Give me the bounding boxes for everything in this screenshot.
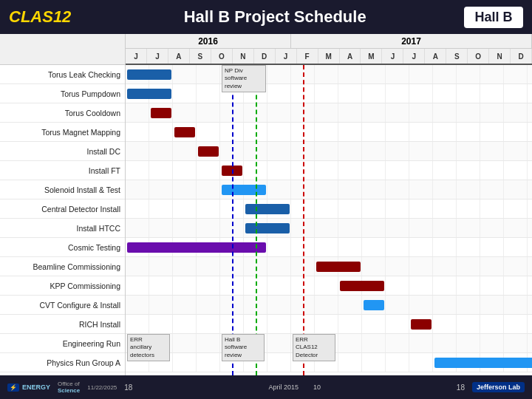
gantt-cell-4-10	[362, 142, 386, 160]
gantt-cell-8-14	[457, 219, 480, 237]
gantt-cell-7-2	[173, 200, 197, 218]
month-5: N	[233, 49, 254, 64]
gantt-cell-14-13	[433, 334, 457, 352]
gantt-cell-0-2	[173, 65, 197, 83]
gantt-cell-10-11	[386, 257, 409, 276]
gantt-cell-13-11	[386, 315, 409, 333]
gantt-cell-1-13	[433, 84, 457, 103]
gantt-cell-3-0	[126, 123, 149, 141]
gantt-cell-14-3	[197, 334, 220, 352]
gantt-cell-2-6	[267, 103, 291, 122]
gantt-cell-4-7	[291, 142, 315, 160]
gantt-cell-10-17	[528, 257, 532, 276]
gantt-cell-1-7	[291, 84, 315, 103]
gantt-cell-9-12	[409, 238, 433, 256]
gantt-cell-14-17	[528, 334, 532, 352]
gantt-row-5	[126, 161, 532, 180]
gantt-cell-5-13	[433, 161, 457, 180]
gantt-cell-8-8	[315, 219, 338, 237]
gantt-cell-7-0	[126, 200, 149, 218]
gantt-cell-7-14	[457, 200, 480, 218]
gantt-cell-6-11	[386, 180, 409, 199]
energy-icon: ⚡	[7, 383, 19, 392]
gantt-cell-5-16	[504, 161, 528, 180]
gantt-cell-5-11	[386, 161, 409, 180]
gantt-cell-11-15	[480, 276, 504, 295]
gantt-chart: 2016 2017 JJASONDJFMAMJJASOND NP Div sof…	[126, 34, 532, 375]
gantt-cell-5-10	[362, 161, 386, 180]
gantt-bar-4	[198, 146, 219, 157]
gantt-cell-5-0	[126, 161, 149, 180]
gantt-bar-8	[245, 223, 290, 233]
gantt-cell-3-17	[528, 123, 532, 141]
gantt-cell-6-9	[338, 180, 362, 199]
gantt-cell-7-12	[409, 200, 433, 218]
gantt-cell-6-15	[480, 180, 504, 199]
gantt-cell-4-9	[338, 142, 362, 160]
gantt-cell-4-14	[457, 142, 480, 160]
gantt-cell-12-6	[267, 296, 291, 314]
gantt-cell-8-7	[291, 219, 315, 237]
gantt-cell-10-4	[220, 257, 244, 276]
gantt-cell-3-11	[386, 123, 409, 141]
month-7: J	[276, 49, 297, 64]
label-header	[0, 34, 125, 65]
gantt-cell-6-17	[528, 180, 532, 199]
gantt-cell-0-16	[504, 65, 528, 83]
year-2016: 2016	[126, 34, 291, 48]
gantt-cell-10-0	[126, 257, 149, 276]
gantt-cell-4-1	[149, 142, 173, 160]
gantt-cell-11-12	[409, 276, 433, 295]
gantt-cell-3-8	[315, 123, 338, 141]
main-content: Torus Leak CheckingTorus PumpdownTorus C…	[0, 34, 532, 375]
gantt-cell-12-1	[149, 296, 173, 314]
err-clas12-annotation: ERR CLAS12 Detector	[293, 334, 335, 361]
gantt-cell-5-17	[528, 161, 532, 180]
label-row-3: Torus Magnet Mapping	[0, 123, 125, 142]
gantt-cell-0-11	[386, 65, 409, 83]
label-row-2: Torus Cooldown	[0, 103, 125, 123]
gantt-cell-2-0	[126, 103, 149, 122]
gantt-cell-2-11	[386, 103, 409, 122]
gantt-cell-13-16	[504, 315, 528, 333]
gantt-cell-2-7	[291, 103, 315, 122]
gantt-cell-6-3	[197, 180, 220, 199]
gantt-cell-6-1	[149, 180, 173, 199]
month-3: S	[190, 49, 211, 64]
gantt-rows	[126, 65, 532, 372]
gantt-cell-9-14	[457, 238, 480, 256]
gantt-bar-9	[127, 242, 266, 253]
gantt-row-0	[126, 65, 532, 84]
gantt-cell-2-15	[480, 103, 504, 122]
gantt-cell-10-7	[291, 257, 315, 276]
month-9: M	[318, 49, 340, 64]
gantt-cell-1-2	[173, 84, 197, 103]
gantt-cell-11-8	[315, 276, 338, 295]
gantt-cell-7-4	[220, 200, 244, 218]
gantt-cell-13-10	[362, 315, 386, 333]
gantt-cell-3-5	[244, 123, 267, 141]
gantt-cell-11-11	[386, 276, 409, 295]
gantt-cell-11-1	[149, 276, 173, 295]
gantt-cell-15-9	[338, 353, 362, 372]
gantt-cell-7-11	[386, 200, 409, 218]
gantt-cell-6-2	[173, 180, 197, 199]
gantt-cell-12-0	[126, 296, 149, 314]
gantt-cell-1-17	[528, 84, 532, 103]
gantt-row-6	[126, 180, 532, 200]
gantt-cell-10-2	[173, 257, 197, 276]
energy-label: ENERGY	[22, 383, 50, 391]
gantt-cell-5-15	[480, 161, 504, 180]
gantt-cell-2-4	[220, 103, 244, 122]
gantt-cell-13-1	[149, 315, 173, 333]
gantt-cell-2-8	[315, 103, 338, 122]
gantt-cell-6-7	[291, 180, 315, 199]
gantt-cell-12-11	[386, 296, 409, 314]
gantt-cell-11-17	[528, 276, 532, 295]
gantt-cell-12-9	[338, 296, 362, 314]
gantt-cell-10-14	[457, 257, 480, 276]
label-row-0: Torus Leak Checking	[0, 65, 125, 84]
gantt-cell-9-15	[480, 238, 504, 256]
year-header: 2016 2017	[126, 34, 532, 49]
gantt-cell-7-16	[504, 200, 528, 218]
